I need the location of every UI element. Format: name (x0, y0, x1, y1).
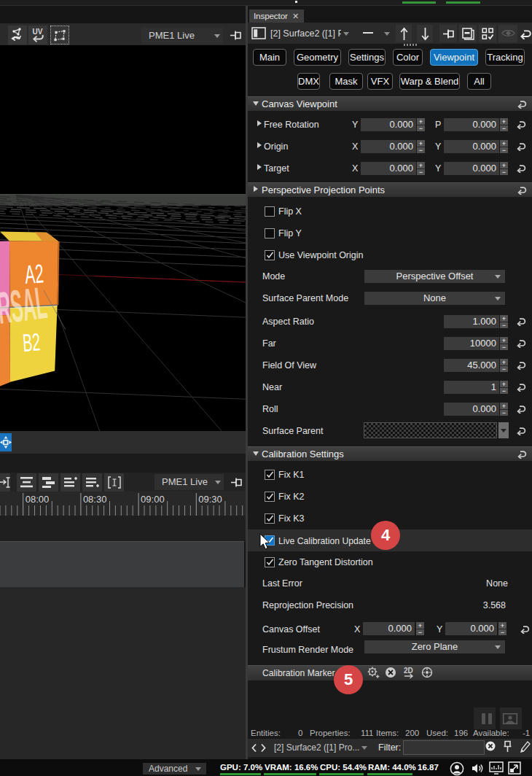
svg-text:2D: 2D (404, 667, 413, 675)
svg-text:09:00: 09:00 (141, 494, 165, 505)
svg-text:08:00: 08:00 (26, 494, 50, 505)
svg-text:UV: UV (33, 28, 43, 36)
svg-text:ERSAL: ERSAL (0, 277, 50, 335)
svg-text:09:30: 09:30 (198, 494, 222, 505)
svg-text:08:30: 08:30 (83, 494, 107, 505)
svg-text:B2: B2 (22, 328, 42, 357)
